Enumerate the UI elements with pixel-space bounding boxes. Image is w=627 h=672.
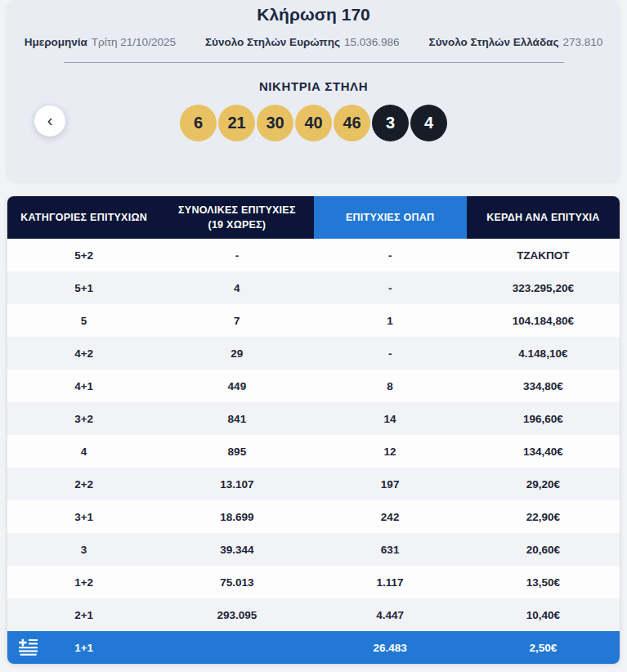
greece-columns: Σύνολο Στηλών Ελλάδας273.810 <box>429 36 603 48</box>
date-value: Τρίτη 21/10/2025 <box>92 36 176 48</box>
winning-column-title: ΝΙΚΗΤΡΙΑ ΣΤΗΛΗ <box>7 79 620 93</box>
opap-wins-cell: - <box>314 271 467 304</box>
total-wins-cell: 841 <box>160 402 313 435</box>
category-cell: 3+2 <box>7 402 160 435</box>
table-row: 3+118.69924222,90€ <box>7 500 620 533</box>
prize-cell: 20,60€ <box>467 533 620 566</box>
opap-wins-cell: 12 <box>314 435 467 468</box>
greek-flag-icon <box>19 639 38 656</box>
greece-columns-label: Σύνολο Στηλών Ελλάδας <box>429 36 559 48</box>
category-cell: 1+2 <box>7 566 160 598</box>
category-cell: 3 <box>7 533 160 566</box>
table-header-row: ΚΑΤΗΓΟΡΙΕΣ ΕΠΙΤΥΧΙΩΝΣΥΝΟΛΙΚΕΣ ΕΠΙΤΥΧΙΕΣ(… <box>7 196 620 239</box>
greek-flag-icon <box>19 639 38 656</box>
winning-number-ball: 21 <box>218 105 255 141</box>
table-row: 1+275.0131.11713,50€ <box>7 566 620 598</box>
total-wins-cell: 29 <box>160 337 313 370</box>
total-wins-cell: 39.344 <box>160 533 313 566</box>
opap-wins-cell: - <box>314 239 467 271</box>
table-row: 3+284114196,60€ <box>7 402 620 435</box>
opap-wins-cell: 8 <box>314 370 467 402</box>
winning-numbers-row: 62130404634 <box>7 105 620 141</box>
opap-wins-cell: 1 <box>314 304 467 337</box>
date-label: Ημερομηνία <box>25 36 87 48</box>
category-cell: 4+2 <box>7 337 160 370</box>
table-row: 5+14-323.295,20€ <box>7 271 620 304</box>
category-cell: 5+1 <box>7 271 160 304</box>
column-header: ΕΠΙΤΥΧΙΕΣ ΟΠΑΠ <box>314 196 467 239</box>
table-row: 489512134,40€ <box>7 435 620 468</box>
category-cell: 5 <box>7 304 160 337</box>
prize-cell: 22,90€ <box>467 500 620 533</box>
opap-wins-cell: - <box>314 337 467 370</box>
divider <box>64 62 564 63</box>
table-row: 339.34463120,60€ <box>7 533 620 566</box>
opap-wins-cell: 26.483 <box>314 631 467 664</box>
europe-columns-value: 15.036.986 <box>344 36 400 48</box>
winning-number-ball: 30 <box>257 105 293 141</box>
page-title: Κλήρωση 170 <box>7 0 620 25</box>
opap-wins-cell: 197 <box>314 468 467 500</box>
total-wins-cell: - <box>160 239 313 271</box>
column-header: ΚΕΡΔΗ ΑΝΑ ΕΠΙΤΥΧΙΑ <box>467 196 620 239</box>
total-wins-cell: 293.095 <box>160 598 313 631</box>
total-wins-cell: 895 <box>160 435 313 468</box>
category-cell: 3+1 <box>7 500 160 533</box>
table-row: 1+126.4832,50€ <box>7 631 620 664</box>
opap-wins-cell: 14 <box>314 402 467 435</box>
europe-columns-label: Σύνολο Στηλών Ευρώπης <box>205 36 340 48</box>
chevron-left-icon: ‹ <box>47 112 53 128</box>
table-row: 4+229-4.148,10€ <box>7 337 620 370</box>
winning-number-ball: 46 <box>334 105 370 141</box>
category-cell: 4+1 <box>7 370 160 402</box>
extra-number-ball: 3 <box>372 105 409 141</box>
table-row: 5+2--ΤΖΑΚΠΟΤ <box>7 239 620 271</box>
prize-cell: 13,50€ <box>467 566 620 598</box>
table-row: 2+1293.0954.44710,40€ <box>7 598 620 631</box>
column-header: ΚΑΤΗΓΟΡΙΕΣ ΕΠΙΤΥΧΙΩΝ <box>7 196 160 239</box>
opap-wins-cell: 4.447 <box>314 598 467 631</box>
total-wins-cell: 449 <box>160 370 313 402</box>
table-row: 4+14498334,80€ <box>7 370 620 402</box>
table-row: 2+213.10719729,20€ <box>7 468 620 500</box>
prize-cell: 323.295,20€ <box>467 271 620 304</box>
greece-columns-value: 273.810 <box>562 36 602 48</box>
winning-number-ball: 6 <box>180 105 217 141</box>
opap-wins-cell: 1.117 <box>314 566 467 598</box>
total-wins-cell: 18.699 <box>160 500 313 533</box>
prize-cell: 10,40€ <box>467 598 620 631</box>
column-header: ΣΥΝΟΛΙΚΕΣ ΕΠΙΤΥΧΙΕΣ(19 ΧΩΡΕΣ) <box>160 196 313 239</box>
prize-cell: 134,40€ <box>467 435 620 468</box>
opap-wins-cell: 242 <box>314 500 467 533</box>
prize-cell: 4.148,10€ <box>467 337 620 370</box>
opap-wins-cell: 631 <box>314 533 467 566</box>
prize-table: ΚΑΤΗΓΟΡΙΕΣ ΕΠΙΤΥΧΙΩΝΣΥΝΟΛΙΚΕΣ ΕΠΙΤΥΧΙΕΣ(… <box>7 196 620 664</box>
category-cell: 4 <box>7 435 160 468</box>
draw-date: ΗμερομηνίαΤρίτη 21/10/2025 <box>25 36 176 48</box>
total-wins-cell: 75.013 <box>160 566 313 598</box>
total-wins-cell <box>160 631 313 664</box>
prize-cell: ΤΖΑΚΠΟΤ <box>467 239 620 271</box>
column-header-subline: (19 ΧΩΡΕΣ) <box>160 217 313 232</box>
draw-summary-card: Κλήρωση 170 ΗμερομηνίαΤρίτη 21/10/2025 Σ… <box>7 0 620 181</box>
winning-number-ball: 40 <box>295 105 332 141</box>
category-cell: 1+1 <box>7 631 160 664</box>
prize-cell: 2,50€ <box>467 631 620 664</box>
prize-cell: 29,20€ <box>467 468 620 500</box>
prize-cell: 334,80€ <box>467 370 620 402</box>
prize-table-card: ΚΑΤΗΓΟΡΙΕΣ ΕΠΙΤΥΧΙΩΝΣΥΝΟΛΙΚΕΣ ΕΠΙΤΥΧΙΕΣ(… <box>7 196 620 664</box>
previous-draw-button[interactable]: ‹ <box>34 105 65 137</box>
total-wins-cell: 7 <box>160 304 313 337</box>
total-wins-cell: 13.107 <box>160 468 313 500</box>
total-wins-cell: 4 <box>160 271 313 304</box>
table-row: 571104.184,80€ <box>7 304 620 337</box>
category-cell: 2+1 <box>7 598 160 631</box>
europe-columns: Σύνολο Στηλών Ευρώπης15.036.986 <box>205 36 400 48</box>
extra-number-ball: 4 <box>410 105 447 141</box>
category-cell: 2+2 <box>7 468 160 500</box>
draw-info-row: ΗμερομηνίαΤρίτη 21/10/2025 Σύνολο Στηλών… <box>7 36 620 48</box>
category-cell: 5+2 <box>7 239 160 271</box>
prize-cell: 196,60€ <box>467 402 620 435</box>
prize-cell: 104.184,80€ <box>467 304 620 337</box>
